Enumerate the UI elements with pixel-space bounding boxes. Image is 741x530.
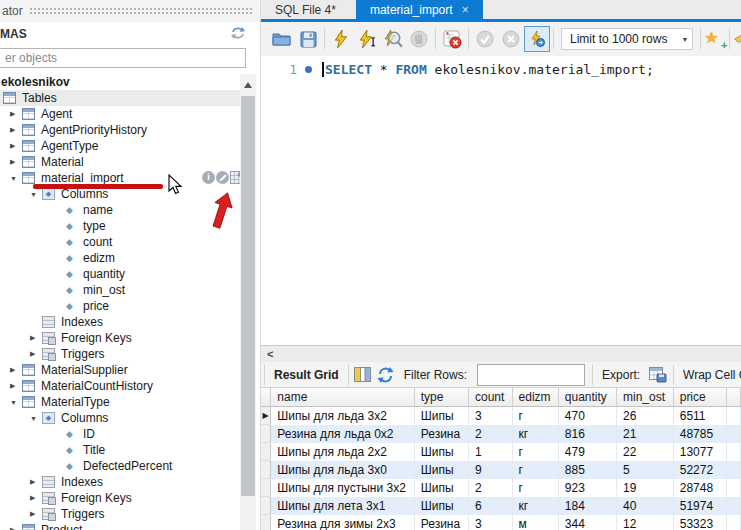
- row-selector-cell[interactable]: [261, 443, 271, 461]
- tree-item-price[interactable]: ◆price: [0, 298, 240, 314]
- grid-cell[interactable]: 2: [468, 479, 512, 497]
- grid-cell[interactable]: 48785: [673, 425, 726, 443]
- grid-cell[interactable]: 479: [558, 443, 616, 461]
- expand-arrow-icon[interactable]: ▶: [7, 526, 22, 530]
- expand-arrow-icon[interactable]: ▶: [27, 478, 42, 486]
- grid-cell[interactable]: 53323: [673, 515, 726, 530]
- grid-cell[interactable]: 5: [617, 461, 674, 479]
- export-button[interactable]: [646, 364, 670, 386]
- collapse-arrow-icon[interactable]: ▼: [7, 175, 22, 182]
- save-button[interactable]: [295, 26, 321, 52]
- tab-sql-file-4[interactable]: SQL File 4*: [261, 0, 350, 19]
- expand-arrow-icon[interactable]: ▶: [7, 366, 22, 374]
- column-header-quantity[interactable]: quantity: [558, 388, 616, 407]
- expand-arrow-icon[interactable]: ▶: [27, 350, 42, 358]
- table-row[interactable]: Резина для льда 0x2Резина2кг8162148785: [261, 425, 741, 443]
- grid-cell[interactable]: 344: [558, 515, 616, 530]
- table-row[interactable]: Шипы для льда 3x0Шипы9г885552272: [261, 461, 741, 479]
- tree-item-materialcounthistory[interactable]: ▶MaterialCountHistory: [0, 378, 240, 394]
- grid-cell[interactable]: Резина: [414, 425, 468, 443]
- expand-arrow-icon[interactable]: ▶: [7, 142, 22, 150]
- tree-item-id[interactable]: ◆ID: [0, 426, 240, 442]
- grid-cell[interactable]: Шипы для льда 2x2: [271, 443, 414, 461]
- tree-item-materialsupplier[interactable]: ▶MaterialSupplier: [0, 362, 240, 378]
- collapse-arrow-icon[interactable]: ▼: [27, 191, 42, 198]
- grid-cell[interactable]: Шипы: [414, 443, 468, 461]
- table-row[interactable]: ▶Шипы для льда 3x2Шипы3г470266511: [261, 407, 741, 425]
- expand-arrow-icon[interactable]: ▶: [27, 494, 42, 502]
- toggle-autocommit-button[interactable]: [524, 26, 550, 52]
- save-snippet-button[interactable]: ★ +: [704, 28, 726, 50]
- grid-cell[interactable]: г: [512, 461, 558, 479]
- tree-item-agent[interactable]: ▶Agent: [0, 106, 240, 122]
- tab-material-import[interactable]: material_import ×: [356, 0, 483, 19]
- grid-cell[interactable]: Шипы: [414, 461, 468, 479]
- expand-arrow-icon[interactable]: ▶: [7, 158, 22, 166]
- grid-cell[interactable]: 470: [558, 407, 616, 425]
- tree-item-agenttype[interactable]: ▶AgentType: [0, 138, 240, 154]
- column-header-name[interactable]: name: [271, 388, 414, 407]
- tree-item-defectedpercent[interactable]: ◆DefectedPercent: [0, 458, 240, 474]
- tree-item-edizm[interactable]: ◆edizm: [0, 250, 240, 266]
- tree-item-ekolesnikov[interactable]: ekolesnikov: [0, 74, 240, 90]
- grid-cell[interactable]: Шипы: [414, 407, 468, 425]
- grid-cell[interactable]: Резина: [414, 515, 468, 530]
- row-pointer-icon[interactable]: ▶: [261, 407, 271, 425]
- tree-item-quantity[interactable]: ◆quantity: [0, 266, 240, 282]
- tree-item-indexes[interactable]: ▶Indexes: [0, 474, 240, 490]
- expand-arrow-icon[interactable]: ▶: [7, 126, 22, 134]
- grid-cell[interactable]: Шипы: [414, 497, 468, 515]
- row-selector-cell[interactable]: [261, 515, 271, 530]
- tree-item-foreign-keys[interactable]: ▶Foreign Keys: [0, 330, 240, 346]
- grid-cell[interactable]: 51974: [673, 497, 726, 515]
- open-file-button[interactable]: [269, 26, 295, 52]
- grid-cell[interactable]: Шипы для льда 3x2: [271, 407, 414, 425]
- tree-item-triggers[interactable]: ▶Triggers: [0, 346, 240, 362]
- tree-item-count[interactable]: ◆count: [0, 234, 240, 250]
- tree-item-tables[interactable]: Tables: [0, 90, 240, 106]
- tree-item-min-ost[interactable]: ◆min_ost: [0, 282, 240, 298]
- grid-cell[interactable]: м: [512, 515, 558, 530]
- table-row[interactable]: Шипы для пустыни 3x2Шипы2г9231928748: [261, 479, 741, 497]
- row-selector-cell[interactable]: [261, 425, 271, 443]
- rollback-button[interactable]: [498, 26, 524, 52]
- grid-cell[interactable]: Шипы для льда 3x0: [271, 461, 414, 479]
- tree-item-indexes[interactable]: Indexes: [0, 314, 240, 330]
- grid-cell[interactable]: 22: [617, 443, 674, 461]
- expand-arrow-icon[interactable]: ▶: [27, 510, 42, 518]
- column-header-edizm[interactable]: edizm: [512, 388, 558, 407]
- grid-cell[interactable]: 13077: [673, 443, 726, 461]
- grid-cell[interactable]: 52272: [673, 461, 726, 479]
- row-selector-cell[interactable]: [261, 497, 271, 515]
- grid-cell[interactable]: г: [512, 479, 558, 497]
- expand-arrow-icon[interactable]: ▶: [7, 382, 22, 390]
- tree-item-material[interactable]: ▶Material: [0, 154, 240, 170]
- grid-cell[interactable]: 40: [617, 497, 674, 515]
- grid-cell[interactable]: 28748: [673, 479, 726, 497]
- result-grid[interactable]: nametypecountedizmquantitymin_ostprice▶Ш…: [261, 388, 741, 530]
- tree-item-agentpriorityhistory[interactable]: ▶AgentPriorityHistory: [0, 122, 240, 138]
- schemas-refresh-icon[interactable]: [230, 26, 246, 43]
- scroll-tabs-left-icon[interactable]: <: [267, 346, 273, 362]
- tree-item-product[interactable]: ▶Product: [0, 522, 240, 530]
- tree-item-foreign-keys[interactable]: ▶Foreign Keys: [0, 490, 240, 506]
- filter-rows-input[interactable]: [477, 364, 585, 386]
- grid-cell[interactable]: кг: [512, 425, 558, 443]
- stop-on-error-button[interactable]: *: [439, 26, 465, 52]
- execute-query-button[interactable]: [328, 26, 354, 52]
- grid-cell[interactable]: 9: [468, 461, 512, 479]
- tree-scrollbar[interactable]: [240, 74, 256, 530]
- column-header-type[interactable]: type: [414, 388, 468, 407]
- scrollbar-thumb[interactable]: [241, 96, 255, 496]
- grid-cell[interactable]: 19: [617, 479, 674, 497]
- sql-code-area[interactable]: 1 SELECT * FROM ekolesnikov.material_imp…: [261, 56, 741, 345]
- grid-cell[interactable]: кг: [512, 497, 558, 515]
- grid-cell[interactable]: Шипы для пустыни 3x2: [271, 479, 414, 497]
- commit-button[interactable]: [472, 26, 498, 52]
- table-row[interactable]: Шипы для льда 2x2Шипы1г4792213077: [261, 443, 741, 461]
- table-row[interactable]: Резина для зимы 2x3Резина3м3441253323: [261, 515, 741, 530]
- limit-rows-dropdown[interactable]: Limit to 1000 rows ▼: [561, 28, 693, 50]
- collapse-arrow-icon[interactable]: ▼: [27, 415, 42, 422]
- grid-cell[interactable]: Шипы для лета 3x1: [271, 497, 414, 515]
- grid-cell[interactable]: 3: [468, 407, 512, 425]
